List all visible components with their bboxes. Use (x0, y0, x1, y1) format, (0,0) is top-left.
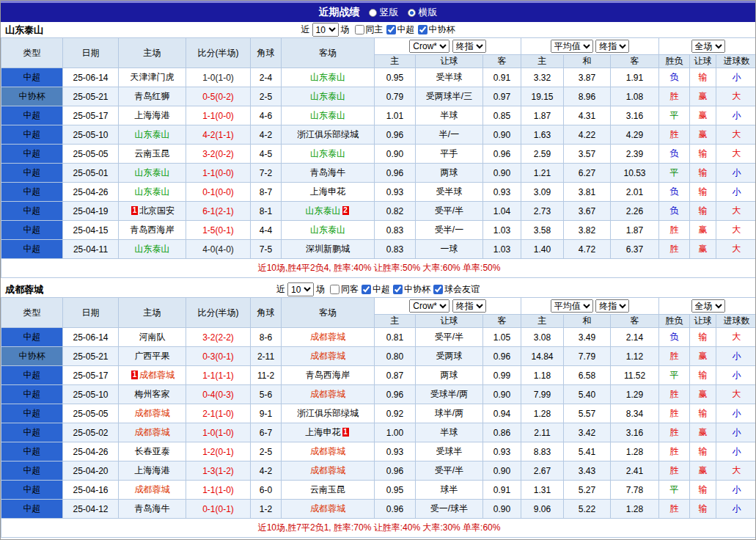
filter-checkbox[interactable] (386, 25, 396, 34)
filter-option[interactable]: 中超 (386, 23, 415, 36)
home-team-name[interactable]: 山东泰山 (135, 167, 170, 178)
filter-checkbox[interactable] (433, 285, 443, 294)
home-team-name[interactable]: 云南玉昆 (135, 148, 170, 158)
filter-option[interactable]: 中协杯 (418, 23, 455, 36)
match-score[interactable]: 1-1(0-0) (186, 164, 251, 183)
home-team-name[interactable]: 青岛西海岸 (131, 225, 175, 235)
away-team-name[interactable]: 深圳新鹏城 (306, 244, 350, 254)
match-score[interactable]: 1-3(1-2) (186, 461, 251, 481)
away-team-cell: 成都蓉城 (282, 442, 375, 461)
bookmaker-select[interactable]: Crow* (409, 299, 449, 313)
away-team-name[interactable]: 山东泰山 (306, 205, 341, 216)
away-team-name[interactable]: 山东泰山 (310, 110, 345, 120)
radio-horizontal-option[interactable]: 横版 (408, 6, 438, 19)
home-team-name[interactable]: 河南队 (139, 332, 166, 342)
filter-option[interactable]: 球会友谊 (433, 283, 480, 296)
games-label: 场 (341, 23, 350, 36)
radio-vertical-option[interactable]: 竖版 (369, 6, 399, 19)
match-score[interactable]: 0-5(0-2) (186, 87, 251, 106)
away-team-name[interactable]: 山东泰山 (310, 148, 345, 158)
match-score[interactable]: 0-1(0-1) (186, 500, 251, 519)
odds-stage-select[interactable]: 终指 (452, 40, 486, 53)
bookmaker-select[interactable]: Crow* (409, 40, 449, 53)
home-team-name[interactable]: 成都蓉城 (135, 408, 170, 418)
match-score[interactable]: 3-2(2-2) (186, 328, 251, 347)
handicap-odds-away: 0.90 (483, 500, 521, 519)
average-select[interactable]: 平均值 (551, 299, 593, 313)
avg-odds-away: 7.78 (611, 481, 659, 500)
match-score[interactable]: 1-1(1-1) (186, 366, 251, 385)
home-team-name[interactable]: 成都蓉城 (135, 484, 170, 495)
home-team-name[interactable]: 长春亚泰 (135, 446, 170, 456)
match-score[interactable]: 0-3(0-1) (186, 347, 251, 366)
avg-stage-select[interactable]: 终指 (595, 40, 629, 53)
away-team-name[interactable]: 浙江俱乐部绿城 (297, 408, 359, 418)
home-team-name[interactable]: 广西平果 (135, 351, 170, 361)
table-row: 中超 25-05-01 山东泰山 1-1(0-0) 7-2 青岛海牛 0.96 … (1, 164, 756, 183)
away-team-name[interactable]: 成都蓉城 (310, 389, 345, 399)
home-team-cell: 山东泰山 (119, 125, 186, 145)
avg-odds-away: 2.41 (611, 461, 659, 481)
match-score[interactable]: 1-2(0-1) (186, 442, 251, 461)
away-team-name[interactable]: 山东泰山 (310, 72, 345, 82)
league-badge: 中超 (1, 240, 63, 259)
match-score[interactable]: 3-2(0-2) (186, 145, 251, 164)
match-score[interactable]: 4-0(4-0) (186, 240, 251, 259)
filter-checkbox[interactable] (393, 285, 403, 294)
match-score[interactable]: 1-1(0-0) (186, 106, 251, 125)
home-team-name[interactable]: 梅州客家 (135, 389, 170, 399)
away-team-name[interactable]: 上海申花 (310, 186, 345, 197)
match-count-select[interactable]: 10 (287, 282, 314, 296)
team-section-2: 成都蓉城 近 10 场 同客中超中协杯球会友谊 类型 日期 主场 比分(半场 (1, 282, 755, 538)
match-score[interactable]: 1-1(1-0) (186, 481, 251, 500)
match-score[interactable]: 2-1(1-0) (186, 404, 251, 423)
home-team-name[interactable]: 青岛海牛 (135, 503, 170, 514)
filter-checkbox[interactable] (418, 25, 427, 34)
away-team-name[interactable]: 成都蓉城 (310, 503, 345, 514)
fulltime-select[interactable]: 全场 (691, 40, 725, 53)
home-team-name[interactable]: 上海海港 (135, 465, 170, 475)
away-team-name[interactable]: 青岛海牛 (310, 167, 345, 178)
match-score[interactable]: 1-5(0-1) (186, 221, 251, 240)
match-count-select[interactable]: 10 (312, 23, 339, 37)
filter-checkbox[interactable] (362, 285, 371, 294)
match-score[interactable]: 6-1(2-1) (186, 202, 251, 221)
radio-horizontal-label: 横版 (419, 6, 438, 19)
away-team-name[interactable]: 成都蓉城 (310, 465, 345, 475)
avg-stage-select[interactable]: 终指 (595, 299, 629, 313)
filter-option[interactable]: 同主 (355, 23, 383, 36)
match-score[interactable]: 4-2(1-1) (186, 125, 251, 145)
away-team-name[interactable]: 浙江俱乐部绿城 (297, 129, 359, 139)
away-team-name[interactable]: 上海申花 (306, 427, 341, 437)
home-team-name[interactable]: 成都蓉城 (139, 370, 175, 380)
away-team-name[interactable]: 成都蓉城 (310, 332, 345, 342)
match-score[interactable]: 0-4(0-3) (186, 385, 251, 404)
match-score[interactable]: 1-0(1-0) (186, 423, 251, 442)
home-team-name[interactable]: 北京国安 (139, 205, 175, 216)
home-team-name[interactable]: 山东泰山 (135, 129, 170, 139)
filter-checkbox[interactable] (355, 25, 364, 34)
filter-checkbox[interactable] (330, 285, 340, 294)
away-team-name[interactable]: 成都蓉城 (310, 446, 345, 456)
away-team-name[interactable]: 云南玉昆 (310, 484, 345, 495)
match-date: 25-05-10 (63, 125, 119, 145)
result-winloss: 胜 (659, 423, 690, 442)
away-team-name[interactable]: 山东泰山 (310, 91, 345, 101)
home-team-name[interactable]: 山东泰山 (135, 244, 170, 254)
away-team-name[interactable]: 青岛西海岸 (306, 370, 350, 380)
away-team-name[interactable]: 成都蓉城 (310, 351, 345, 361)
filter-option[interactable]: 中协杯 (393, 283, 430, 296)
home-team-name[interactable]: 天津津门虎 (131, 72, 175, 82)
average-select[interactable]: 平均值 (551, 40, 593, 53)
match-score[interactable]: 1-0(1-0) (186, 68, 251, 87)
filter-option[interactable]: 中超 (362, 283, 390, 296)
home-team-name[interactable]: 青岛红狮 (135, 91, 170, 101)
home-team-name[interactable]: 上海海港 (135, 110, 170, 120)
away-team-name[interactable]: 山东泰山 (310, 225, 345, 235)
odds-stage-select[interactable]: 终指 (452, 299, 486, 313)
filter-option[interactable]: 同客 (330, 283, 359, 296)
match-score[interactable]: 0-1(0-0) (186, 183, 251, 202)
home-team-name[interactable]: 成都蓉城 (135, 427, 170, 437)
fulltime-select[interactable]: 全场 (691, 299, 725, 313)
home-team-name[interactable]: 山东泰山 (135, 186, 170, 197)
